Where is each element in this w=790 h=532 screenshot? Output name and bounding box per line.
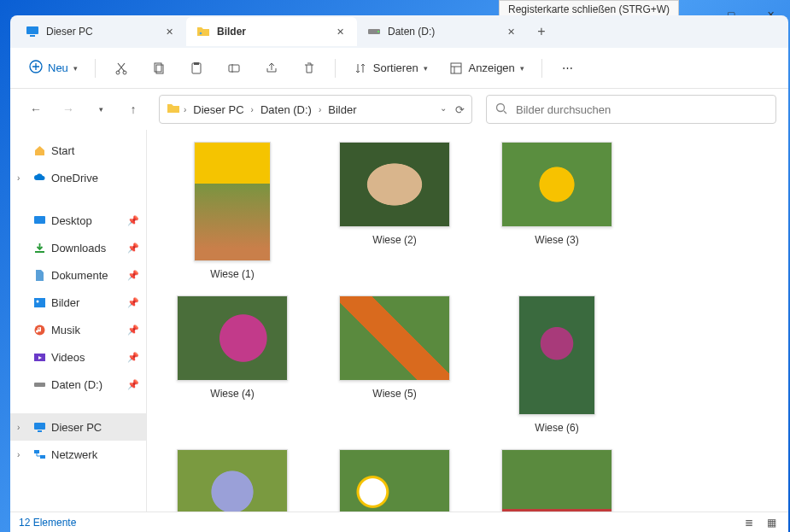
chevron-right-icon[interactable]: › <box>17 423 27 432</box>
file-explorer-window: Dieser PC ✕ Bilder ✕ Daten (D:) ✕ + Neu … <box>10 15 788 532</box>
file-item[interactable]: Wiese (4) <box>164 292 301 437</box>
tab-bilder[interactable]: Bilder ✕ <box>186 17 357 46</box>
search-bar[interactable] <box>486 95 776 124</box>
video-icon <box>32 350 46 364</box>
close-icon[interactable]: ✕ <box>333 25 347 38</box>
pin-icon: 📌 <box>127 352 139 363</box>
sidebar-item-musik[interactable]: Musik 📌 <box>10 316 146 343</box>
rename-button[interactable] <box>219 54 249 83</box>
file-item[interactable]: Wiese (6) <box>489 292 625 437</box>
chevron-right-icon[interactable]: › <box>17 173 27 183</box>
svg-rect-0 <box>26 26 38 34</box>
share-icon <box>264 61 279 76</box>
sidebar-item-label: Netzwerk <box>51 448 97 461</box>
chevron-right-icon: › <box>319 105 321 114</box>
tabs-row: Dieser PC ✕ Bilder ✕ Daten (D:) ✕ + <box>10 15 788 48</box>
share-button[interactable] <box>256 54 287 83</box>
sort-button[interactable]: Sortieren ▾ <box>346 54 435 83</box>
breadcrumb-segment[interactable]: Bilder <box>325 102 360 118</box>
file-thumbnail <box>339 142 450 227</box>
desktop-icon <box>32 213 46 227</box>
file-name: Wiese (4) <box>210 388 254 400</box>
search-input[interactable] <box>516 103 767 116</box>
sidebar-item-desktop[interactable]: Desktop 📌 <box>10 207 146 234</box>
cloud-icon <box>32 171 46 184</box>
more-button[interactable]: ⋯ <box>553 54 583 83</box>
svg-point-17 <box>36 300 38 302</box>
sidebar-item-label: Videos <box>51 351 85 364</box>
sidebar-item-bilder[interactable]: Bilder 📌 <box>10 289 146 316</box>
copy-button[interactable] <box>143 54 174 83</box>
file-thumbnail <box>339 295 450 381</box>
breadcrumb-segment[interactable]: Dieser PC <box>190 102 247 118</box>
monitor-icon <box>32 420 46 434</box>
new-label: Neu <box>48 61 68 74</box>
recent-button[interactable]: ▾ <box>87 96 114 123</box>
sidebar-item-documents[interactable]: Dokumente 📌 <box>10 261 146 289</box>
refresh-icon[interactable]: ⟳ <box>455 103 465 116</box>
paste-button[interactable] <box>181 54 212 83</box>
new-tab-button[interactable]: + <box>528 18 555 45</box>
tab-label: Dieser PC <box>46 26 155 38</box>
cut-button[interactable] <box>106 54 137 83</box>
chevron-down-icon[interactable]: ⌄ <box>440 103 447 116</box>
svg-rect-11 <box>194 62 199 65</box>
sidebar-item-label: Dieser PC <box>51 421 102 434</box>
file-item[interactable]: Wiese (2) <box>326 138 463 284</box>
view-icon <box>448 61 464 76</box>
separator <box>335 59 336 78</box>
sidebar-item-start[interactable]: Start <box>10 137 146 164</box>
sidebar-item-network[interactable]: › Netzwerk <box>10 441 146 468</box>
chevron-right-icon[interactable]: › <box>17 450 27 459</box>
sort-label: Sortieren <box>373 61 418 74</box>
file-item[interactable]: Wiese (1) <box>164 138 301 284</box>
svg-point-4 <box>377 31 379 32</box>
breadcrumb-segment[interactable]: Daten (D:) <box>257 102 315 118</box>
chevron-down-icon: ▾ <box>424 64 428 73</box>
icons-view-button[interactable]: ▦ <box>763 515 780 530</box>
details-view-button[interactable]: ≣ <box>740 515 758 530</box>
view-button[interactable]: Anzeigen ▾ <box>442 54 531 83</box>
rename-icon <box>226 61 242 76</box>
sidebar-item-label: OneDrive <box>51 172 98 184</box>
pin-icon: 📌 <box>127 297 139 308</box>
sidebar-item-videos[interactable]: Videos 📌 <box>10 343 146 371</box>
file-item[interactable]: Wiese (3) <box>489 138 625 284</box>
sidebar-item-daten-d[interactable]: Daten (D:) 📌 <box>10 371 146 398</box>
paste-icon <box>189 61 204 76</box>
navigation-pane: Start › OneDrive Desktop 📌 Downloads <box>10 130 147 528</box>
sidebar-item-downloads[interactable]: Downloads 📌 <box>10 234 146 261</box>
close-icon[interactable]: ✕ <box>162 25 176 38</box>
pin-icon: 📌 <box>127 324 139 336</box>
file-item[interactable]: Wiese (5) <box>326 292 463 437</box>
file-thumbnail <box>194 142 271 261</box>
search-icon <box>495 102 507 117</box>
chevron-down-icon: ▾ <box>73 64 78 73</box>
tab-label: Bilder <box>217 26 326 38</box>
tab-daten-d[interactable]: Daten (D:) ✕ <box>357 17 528 46</box>
file-name: Wiese (2) <box>372 234 416 246</box>
tab-this-pc[interactable]: Dieser PC ✕ <box>15 17 186 46</box>
up-button[interactable]: ↑ <box>120 96 147 123</box>
picture-icon <box>32 295 46 309</box>
close-icon[interactable]: ✕ <box>504 25 518 38</box>
pin-icon: 📌 <box>127 243 139 254</box>
plus-circle-icon <box>29 60 43 76</box>
trash-icon <box>301 61 317 76</box>
toolbar: Neu ▾ Sortieren ▾ Anzeigen ▾ ⋯ <box>10 48 788 89</box>
forward-button[interactable]: → <box>55 96 82 123</box>
svg-rect-23 <box>34 450 39 453</box>
svg-rect-22 <box>38 430 42 432</box>
file-name: Wiese (5) <box>372 388 416 400</box>
sidebar-item-label: Start <box>51 144 74 157</box>
file-list[interactable]: Wiese (1)Wiese (2)Wiese (3)Wiese (4)Wies… <box>147 130 788 528</box>
copy-icon <box>151 61 167 76</box>
file-thumbnail <box>518 295 595 415</box>
svg-rect-12 <box>229 65 239 72</box>
back-button[interactable]: ← <box>22 96 50 123</box>
delete-button[interactable] <box>294 54 325 83</box>
sidebar-item-onedrive[interactable]: › OneDrive <box>10 164 146 191</box>
address-bar[interactable]: › Dieser PC › Daten (D:) › Bilder ⌄ ⟳ <box>159 95 472 124</box>
sidebar-item-this-pc[interactable]: › Dieser PC <box>10 413 146 441</box>
new-button[interactable]: Neu ▾ <box>22 54 85 83</box>
